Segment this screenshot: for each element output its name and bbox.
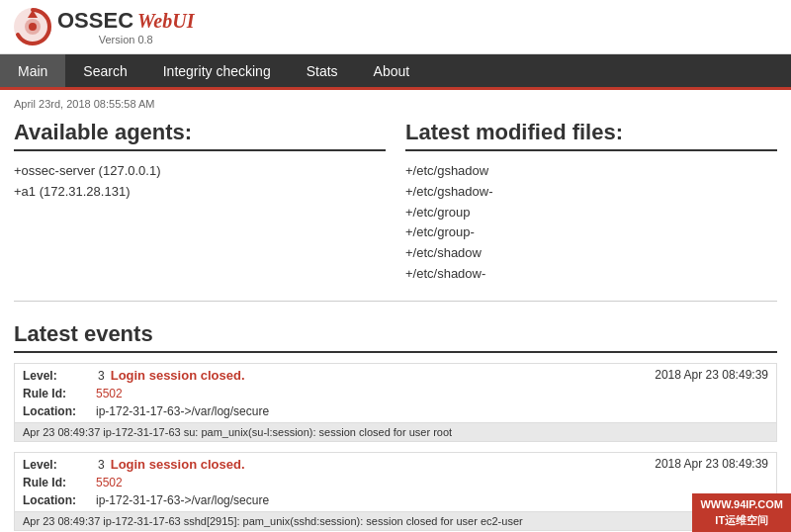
event-0-ruleid: 5502 (96, 385, 123, 402)
watermark-line1: WWW.94IP.COM (700, 497, 783, 512)
event-0-location-label: Location: (23, 402, 92, 420)
top-section: Available agents: +ossec-server (127.0.0… (14, 120, 777, 302)
event-1-title: Login session closed. (111, 457, 245, 472)
event-1-timestamp: 2018 Apr 23 08:49:39 (655, 457, 768, 472)
event-0-level-value: 3 (98, 369, 105, 383)
logo-webui-text: WebUI (137, 10, 194, 33)
svg-point-3 (29, 23, 37, 31)
agents-section: Available agents: +ossec-server (127.0.0… (14, 120, 386, 285)
nav-about[interactable]: About (356, 54, 428, 87)
agents-title: Available agents: (14, 120, 386, 151)
event-1-ruleid: 5502 (96, 474, 123, 491)
event-0-title: Login session closed. (111, 368, 245, 383)
event-1-location: ip-172-31-17-63->/var/log/secure (96, 491, 269, 509)
file-item-5: +/etc/shadow- (405, 264, 777, 285)
file-item-1: +/etc/gshadow- (405, 182, 777, 203)
event-1-location-label: Location: (23, 491, 92, 509)
nav-main[interactable]: Main (0, 54, 65, 87)
watermark: WWW.94IP.COM IT运维空间 (692, 493, 791, 532)
agent-item-1: +a1 (172.31.28.131) (14, 182, 386, 203)
file-item-0: +/etc/gshadow (405, 161, 777, 182)
file-item-4: +/etc/shadow (405, 243, 777, 264)
main-content: April 23rd, 2018 08:55:58 AM Available a… (0, 90, 791, 532)
logo-ossec-text: OSSEC (57, 8, 133, 34)
logo: OSSEC WebUI Version 0.8 (12, 6, 194, 47)
event-1-level-label: Level: (23, 458, 92, 472)
timestamp: April 23rd, 2018 08:55:58 AM (14, 98, 777, 110)
file-item-3: +/etc/group- (405, 222, 777, 243)
events-section: Latest events Level: 3 Login session clo… (14, 321, 777, 532)
logo-text-group: OSSEC WebUI Version 0.8 (57, 8, 194, 45)
nav-integrity[interactable]: Integrity checking (145, 54, 289, 87)
logo-version: Version 0.8 (57, 34, 194, 45)
event-0-location: ip-172-31-17-63->/var/log/secure (96, 402, 269, 420)
events-title: Latest events (14, 321, 777, 353)
file-item-2: +/etc/group (405, 203, 777, 223)
event-0-level-label: Level: (23, 369, 92, 383)
ossec-logo-icon (12, 6, 53, 47)
event-card-0: Level: 3 Login session closed. 2018 Apr … (14, 363, 777, 442)
agent-item-0: +ossec-server (127.0.0.1) (14, 161, 386, 182)
event-1-log: Apr 23 08:49:37 ip-172-31-17-63 sshd[291… (15, 511, 776, 530)
event-0-timestamp: 2018 Apr 23 08:49:39 (655, 368, 768, 383)
event-1-ruleid-label: Rule Id: (23, 474, 92, 491)
header: OSSEC WebUI Version 0.8 (0, 0, 791, 54)
files-list: +/etc/gshadow +/etc/gshadow- +/etc/group… (405, 161, 777, 285)
event-0-log: Apr 23 08:49:37 ip-172-31-17-63 su: pam_… (15, 422, 776, 441)
nav-stats[interactable]: Stats (289, 54, 356, 87)
event-card-1: Level: 3 Login session closed. 2018 Apr … (14, 452, 777, 531)
watermark-line2: IT运维空间 (700, 513, 783, 528)
files-section: Latest modified files: +/etc/gshadow +/e… (405, 120, 777, 285)
event-0-ruleid-label: Rule Id: (23, 385, 92, 402)
nav-search[interactable]: Search (65, 54, 144, 87)
files-title: Latest modified files: (405, 120, 777, 151)
agents-list: +ossec-server (127.0.0.1) +a1 (172.31.28… (14, 161, 386, 203)
event-1-level-value: 3 (98, 458, 105, 472)
navbar: Main Search Integrity checking Stats Abo… (0, 54, 791, 90)
